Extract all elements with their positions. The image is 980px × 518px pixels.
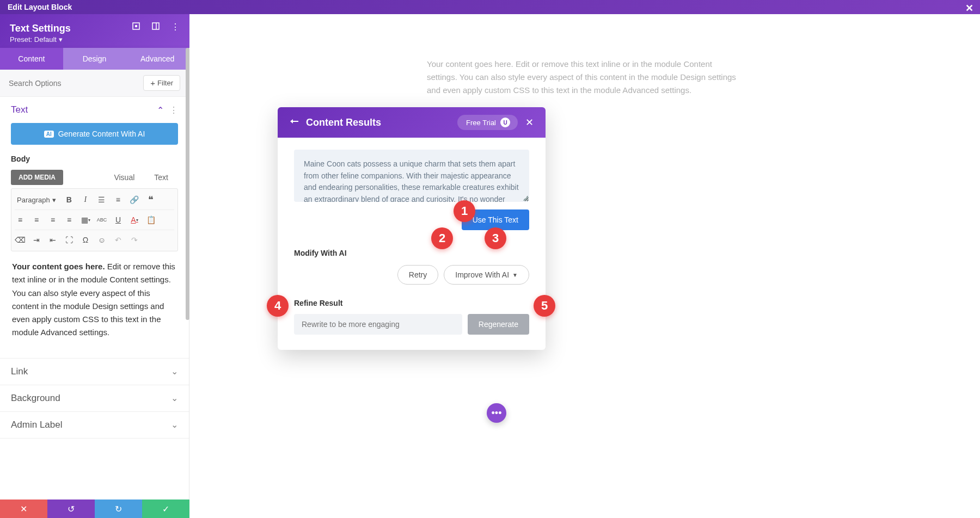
clear-icon[interactable]: ⌫ <box>15 235 26 245</box>
section-admin-label-header[interactable]: Admin Label ⌄ <box>0 412 189 438</box>
result-textarea[interactable]: Maine Coon cats possess a unique charm t… <box>294 150 529 202</box>
undo-icon[interactable]: ↶ <box>113 235 124 245</box>
trial-pill[interactable]: Free Trial U <box>457 115 518 130</box>
section-admin-label: Admin Label ⌄ <box>0 412 189 439</box>
tab-design[interactable]: Design <box>63 48 126 70</box>
ol-icon[interactable]: ≡ <box>113 194 124 205</box>
settings-sidebar: Content Design Advanced +Filter Text ⌃ ⋮… <box>0 48 189 518</box>
body-editor[interactable]: Your content goes here. Edit or remove t… <box>11 251 178 348</box>
more-icon[interactable]: ⋮ <box>171 22 180 32</box>
save-button[interactable]: ✓ <box>142 499 189 518</box>
align-center-icon[interactable]: ≡ <box>31 214 42 225</box>
modal-title: Content Results <box>306 117 381 128</box>
tab-content[interactable]: Content <box>0 48 63 70</box>
paste-icon[interactable]: 📋 <box>145 214 156 225</box>
settings-title: Text Settings <box>10 23 71 34</box>
svg-point-1 <box>136 26 137 27</box>
section-text: Text ⌃ ⋮ AI Generate Content With AI Bod… <box>0 97 189 359</box>
align-left-icon[interactable]: ≡ <box>15 214 26 225</box>
align-justify-icon[interactable]: ≡ <box>64 214 75 225</box>
annotation-badge-2: 2 <box>431 227 453 249</box>
indent-icon[interactable]: ⇥ <box>31 235 42 245</box>
undo-button[interactable]: ↺ <box>47 499 95 518</box>
section-link-header[interactable]: Link ⌄ <box>0 359 189 385</box>
view-tab-visual[interactable]: Visual <box>104 169 144 186</box>
fab-more-button[interactable]: ••• <box>487 403 506 423</box>
annotation-badge-4: 4 <box>267 295 289 317</box>
annotation-badge-1: 1 <box>454 200 475 222</box>
expand-icon[interactable] <box>132 22 140 32</box>
body-label: Body <box>11 155 178 163</box>
annotation-badge-3: 3 <box>485 227 506 249</box>
section-background: Background ⌄ <box>0 385 189 412</box>
title-bar: Edit Layout Block ✕ <box>0 0 980 14</box>
section-text-title: Text <box>11 104 28 115</box>
outdent-icon[interactable]: ⇤ <box>47 235 58 245</box>
improve-with-ai-button[interactable]: Improve With AI ▼ <box>444 265 529 285</box>
section-more-icon[interactable]: ⋮ <box>169 105 178 115</box>
preset-selector[interactable]: Preset: Default ▾ <box>10 35 63 44</box>
text-color-icon[interactable]: A▾ <box>129 214 140 225</box>
settings-tabs: Content Design Advanced <box>0 48 189 70</box>
table-icon[interactable]: ▦▾ <box>80 214 91 225</box>
chevron-up-icon: ⌃ <box>157 105 164 115</box>
section-link: Link ⌄ <box>0 359 189 385</box>
tab-advanced[interactable]: Advanced <box>126 48 189 70</box>
special-char-icon[interactable]: Ω <box>80 235 91 245</box>
modal-header: Content Results Free Trial U ✕ <box>278 107 546 138</box>
redo-icon[interactable]: ↷ <box>129 235 140 245</box>
chevron-down-icon: ⌄ <box>171 393 178 403</box>
search-bar: +Filter <box>0 70 189 97</box>
ai-badge-icon: AI <box>44 131 54 138</box>
title-bar-text: Edit Layout Block <box>8 3 72 11</box>
canvas-placeholder-text[interactable]: Your content goes here. Edit or remove t… <box>427 58 743 97</box>
chevron-down-icon: ▼ <box>512 272 518 278</box>
abc-icon[interactable]: ABC <box>96 214 107 225</box>
view-tab-text[interactable]: Text <box>144 169 178 186</box>
section-text-header[interactable]: Text ⌃ ⋮ <box>0 97 189 123</box>
align-right-icon[interactable]: ≡ <box>47 214 58 225</box>
generate-ai-button[interactable]: AI Generate Content With AI <box>11 123 178 145</box>
cancel-button[interactable]: ✕ <box>0 499 47 518</box>
chevron-down-icon: ⌄ <box>171 420 178 430</box>
close-icon[interactable]: ✕ <box>965 2 973 14</box>
ul-icon[interactable]: ☰ <box>96 194 107 205</box>
wysiwyg-toolbar: Paragraph ▾ B I ☰ ≡ 🔗 ❝ ≡ ≡ ≡ ≡ ▦▾ ABC U <box>11 188 178 251</box>
chevron-down-icon: ⌄ <box>171 366 178 377</box>
svg-rect-2 <box>152 23 159 29</box>
add-media-button[interactable]: ADD MEDIA <box>11 170 63 185</box>
modal-close-icon[interactable]: ✕ <box>525 116 534 128</box>
quote-icon[interactable]: ❝ <box>145 194 156 205</box>
annotation-badge-5: 5 <box>534 295 555 317</box>
retry-button[interactable]: Retry <box>397 265 438 285</box>
paragraph-selector[interactable]: Paragraph ▾ <box>15 195 58 205</box>
panel-icon[interactable] <box>151 22 160 32</box>
modify-heading: Modify With AI <box>294 249 529 257</box>
filter-button[interactable]: +Filter <box>143 75 180 91</box>
fullscreen-icon[interactable]: ⛶ <box>64 235 75 245</box>
link-icon[interactable]: 🔗 <box>129 194 140 205</box>
refine-input[interactable] <box>294 314 462 335</box>
section-background-header[interactable]: Background ⌄ <box>0 385 189 411</box>
bottom-action-bar: ✕ ↺ ↻ ✓ <box>0 499 189 518</box>
settings-header: Text Settings Preset: Default ▾ ⋮ <box>0 14 189 48</box>
regenerate-button[interactable]: Regenerate <box>468 314 529 335</box>
trial-badge-icon: U <box>500 118 510 127</box>
bold-icon[interactable]: B <box>64 194 75 205</box>
search-input[interactable] <box>9 79 143 88</box>
sidebar-scrollbar[interactable] <box>186 48 189 320</box>
italic-icon[interactable]: I <box>80 194 91 205</box>
editor-rest: Edit or remove this text inline or in th… <box>12 262 175 337</box>
back-icon[interactable] <box>290 118 299 127</box>
content-results-modal: Content Results Free Trial U ✕ Maine Coo… <box>278 107 546 350</box>
refine-heading: Refine Result <box>294 299 529 307</box>
redo-button[interactable]: ↻ <box>95 499 142 518</box>
underline-icon[interactable]: U <box>113 214 124 225</box>
emoji-icon[interactable]: ☺ <box>96 235 107 245</box>
editor-bold-leading: Your content goes here. <box>12 262 105 271</box>
